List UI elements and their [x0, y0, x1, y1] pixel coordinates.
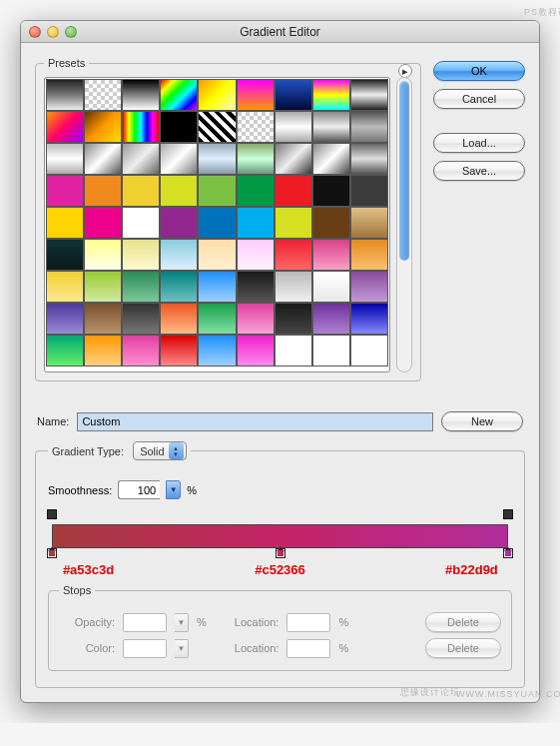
load-button[interactable]: Load...	[433, 133, 525, 153]
preset-swatch[interactable]	[160, 335, 198, 367]
preset-swatch[interactable]	[350, 175, 388, 207]
preset-swatch[interactable]	[84, 79, 122, 111]
preset-swatch[interactable]	[275, 303, 312, 335]
preset-swatch[interactable]	[84, 143, 122, 175]
preset-swatch[interactable]	[84, 335, 122, 367]
preset-swatch[interactable]	[160, 303, 198, 335]
titlebar[interactable]: Gradient Editor	[21, 21, 539, 43]
preset-swatch-grid[interactable]	[44, 77, 390, 373]
preset-swatch[interactable]	[122, 271, 160, 303]
preset-swatch[interactable]	[46, 79, 84, 111]
preset-swatch[interactable]	[350, 79, 388, 111]
preset-swatch[interactable]	[46, 239, 84, 271]
preset-swatch[interactable]	[160, 111, 198, 143]
color-stop[interactable]	[503, 548, 513, 558]
opacity-location-input[interactable]	[286, 613, 330, 632]
color-stop-track[interactable]	[52, 548, 508, 562]
preset-swatch[interactable]	[122, 239, 160, 271]
opacity-stop[interactable]	[47, 509, 57, 519]
color-stepper[interactable]: ▼	[175, 639, 189, 658]
ok-button[interactable]: OK	[433, 61, 525, 81]
preset-swatch[interactable]	[46, 207, 84, 239]
preset-swatch[interactable]	[46, 111, 84, 143]
preset-swatch[interactable]	[275, 335, 312, 367]
preset-swatch[interactable]	[198, 271, 236, 303]
preset-swatch[interactable]	[198, 175, 236, 207]
new-button[interactable]: New	[441, 411, 523, 431]
preset-swatch[interactable]	[84, 207, 122, 239]
opacity-stop[interactable]	[503, 509, 513, 519]
preset-swatch[interactable]	[350, 207, 388, 239]
preset-swatch[interactable]	[160, 207, 198, 239]
preset-swatch[interactable]	[198, 303, 236, 335]
preset-swatch[interactable]	[198, 79, 236, 111]
opacity-stop-track[interactable]	[52, 511, 508, 521]
preset-swatch[interactable]	[312, 207, 350, 239]
preset-swatch[interactable]	[46, 271, 84, 303]
preset-swatch[interactable]	[122, 175, 160, 207]
preset-swatch[interactable]	[160, 175, 198, 207]
preset-swatch[interactable]	[84, 111, 122, 143]
preset-swatch[interactable]	[122, 303, 160, 335]
preset-swatch[interactable]	[350, 111, 388, 143]
preset-swatch[interactable]	[84, 271, 122, 303]
gradient-type-select[interactable]: Solid ▲▼	[133, 441, 186, 460]
color-input[interactable]	[123, 639, 167, 658]
preset-swatch[interactable]	[46, 303, 84, 335]
opacity-input[interactable]	[123, 613, 167, 632]
preset-swatch[interactable]	[350, 271, 388, 303]
preset-swatch[interactable]	[237, 335, 275, 367]
preset-swatch[interactable]	[237, 111, 275, 143]
preset-swatch[interactable]	[84, 175, 122, 207]
preset-swatch[interactable]	[84, 303, 122, 335]
delete-color-stop-button[interactable]: Delete	[425, 638, 501, 658]
preset-swatch[interactable]	[237, 303, 275, 335]
delete-opacity-stop-button[interactable]: Delete	[425, 612, 501, 632]
preset-swatch[interactable]	[237, 143, 275, 175]
preset-swatch[interactable]	[275, 175, 312, 207]
preset-swatch[interactable]	[122, 143, 160, 175]
preset-swatch[interactable]	[198, 335, 236, 367]
color-stop[interactable]	[47, 548, 57, 558]
preset-swatch[interactable]	[237, 207, 275, 239]
preset-swatch[interactable]	[198, 143, 236, 175]
preset-swatch[interactable]	[160, 143, 198, 175]
name-input[interactable]	[77, 412, 433, 431]
preset-swatch[interactable]	[350, 143, 388, 175]
preset-swatch[interactable]	[312, 335, 350, 367]
preset-swatch[interactable]	[312, 79, 350, 111]
preset-swatch[interactable]	[198, 111, 236, 143]
preset-swatch[interactable]	[237, 79, 275, 111]
preset-swatch[interactable]	[350, 239, 388, 271]
preset-swatch[interactable]	[122, 207, 160, 239]
preset-swatch[interactable]	[160, 271, 198, 303]
preset-swatch[interactable]	[275, 79, 312, 111]
preset-swatch[interactable]	[122, 111, 160, 143]
opacity-stepper[interactable]: ▼	[175, 613, 189, 632]
color-stop[interactable]	[276, 548, 285, 558]
preset-swatch[interactable]	[275, 143, 312, 175]
preset-swatch[interactable]	[46, 143, 84, 175]
preset-swatch[interactable]	[312, 175, 350, 207]
save-button[interactable]: Save...	[433, 161, 525, 181]
preset-swatch[interactable]	[122, 335, 160, 367]
preset-swatch[interactable]	[312, 303, 350, 335]
preset-swatch[interactable]	[350, 303, 388, 335]
preset-swatch[interactable]	[312, 143, 350, 175]
preset-swatch[interactable]	[84, 239, 122, 271]
preset-swatch[interactable]	[312, 111, 350, 143]
preset-swatch[interactable]	[312, 239, 350, 271]
cancel-button[interactable]: Cancel	[433, 89, 525, 109]
smoothness-stepper[interactable]: ▼	[166, 480, 181, 499]
preset-swatch[interactable]	[275, 271, 312, 303]
preset-swatch[interactable]	[237, 239, 275, 271]
preset-swatch[interactable]	[312, 271, 350, 303]
preset-swatch[interactable]	[46, 335, 84, 367]
preset-swatch[interactable]	[350, 335, 388, 367]
preset-swatch[interactable]	[237, 175, 275, 207]
presets-scrollbar[interactable]	[396, 77, 412, 373]
preset-swatch[interactable]	[46, 175, 84, 207]
preset-swatch[interactable]	[122, 79, 160, 111]
preset-swatch[interactable]	[160, 79, 198, 111]
preset-swatch[interactable]	[275, 207, 312, 239]
